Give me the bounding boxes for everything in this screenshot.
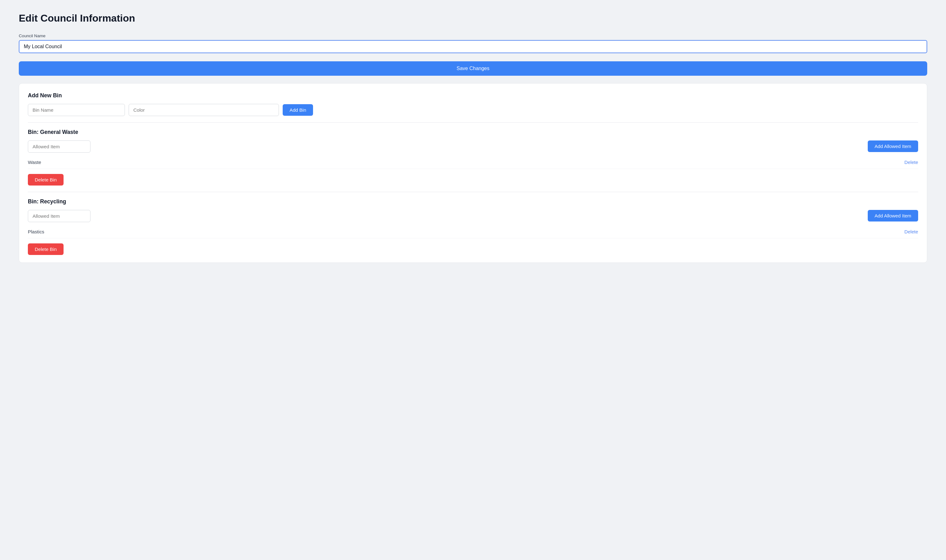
delete-item-link-plastics[interactable]: Delete: [904, 229, 918, 234]
item-name: Plastics: [28, 229, 44, 234]
save-changes-button[interactable]: Save Changes: [19, 61, 927, 76]
bin-general-waste-section: Bin: General Waste Add Allowed Item Wast…: [28, 129, 918, 186]
bin-general-waste-title: Bin: General Waste: [28, 129, 918, 135]
add-allowed-item-button-general-waste[interactable]: Add Allowed Item: [868, 140, 918, 152]
allowed-item-input-general-waste[interactable]: [28, 140, 91, 153]
table-row: Waste Delete: [28, 156, 918, 169]
bin-name-input[interactable]: [28, 104, 125, 116]
bins-card: Add New Bin Add Bin Bin: General Waste A…: [19, 83, 927, 263]
delete-bin-button-general-waste[interactable]: Delete Bin: [28, 174, 63, 186]
council-name-label: Council Name: [19, 34, 927, 38]
add-bin-button[interactable]: Add Bin: [283, 104, 313, 116]
add-new-bin-section: Add New Bin Add Bin: [28, 92, 918, 116]
general-waste-item-list: Waste Delete: [28, 156, 918, 169]
table-row: Plastics Delete: [28, 225, 918, 238]
page-title: Edit Council Information: [19, 12, 927, 24]
add-allowed-item-button-recycling[interactable]: Add Allowed Item: [868, 210, 918, 222]
color-input[interactable]: [129, 104, 279, 116]
bin-recycling-section: Bin: Recycling Add Allowed Item Plastics…: [28, 198, 918, 255]
bin-divider-2: [28, 192, 918, 192]
add-new-bin-title: Add New Bin: [28, 92, 918, 99]
council-name-input[interactable]: [19, 40, 927, 53]
delete-bin-button-recycling[interactable]: Delete Bin: [28, 243, 63, 255]
bin-divider-1: [28, 122, 918, 123]
item-name: Waste: [28, 160, 41, 165]
allowed-item-input-recycling[interactable]: [28, 210, 91, 222]
delete-item-link-waste[interactable]: Delete: [904, 160, 918, 165]
recycling-item-list: Plastics Delete: [28, 225, 918, 238]
bin-recycling-title: Bin: Recycling: [28, 198, 918, 205]
